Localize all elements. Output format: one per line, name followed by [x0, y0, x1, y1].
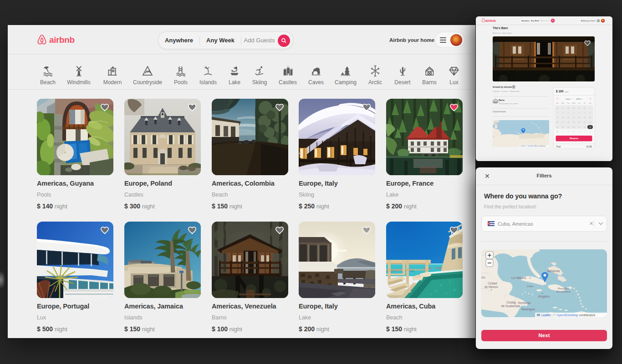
svg-text:Ciudad: Ciudad [506, 301, 516, 304]
svg-text:República: República [558, 287, 570, 290]
svg-text:12: 12 [573, 117, 575, 119]
svg-text:20: 20 [578, 121, 580, 123]
svg-text:Add Guests: Add Guests [540, 20, 550, 22]
svg-text:Total: Total [556, 146, 561, 148]
svg-text:24: 24 [562, 126, 564, 128]
svg-text:10: 10 [562, 117, 564, 119]
svg-text:16: 16 [556, 121, 558, 123]
svg-text:1: 1 [590, 107, 591, 109]
svg-text:Hosted by eltorare: Hosted by eltorare [493, 86, 512, 88]
svg-text:ico: ico [481, 276, 485, 279]
svg-text:Reserve: Reserve [570, 137, 578, 140]
svg-text:25: 25 [567, 126, 569, 128]
svg-text:19: 19 [573, 121, 575, 123]
svg-text:Sat: Sat [589, 102, 591, 104]
svg-text:airbnb: airbnb [485, 19, 496, 23]
svg-text:Fri: Fri [584, 102, 586, 104]
svg-text:14: 14 [584, 117, 586, 119]
svg-text:Cuba: Cuba [527, 285, 534, 288]
svg-text:Bahamas: Bahamas [547, 269, 560, 273]
svg-text:Kingston: Kingston [538, 295, 550, 298]
svg-text:21: 21 [584, 121, 586, 123]
svg-text:3: 3 [573, 131, 574, 133]
svg-text:$ 100: $ 100 [556, 90, 564, 93]
svg-text:Mon: Mon [561, 102, 565, 104]
svg-text:29: 29 [573, 107, 575, 109]
svg-text:2024: 2024 [576, 98, 581, 100]
svg-text:Leaflet | © OpenStreetMap cont: Leaflet | © OpenStreetMap contributors [541, 313, 596, 317]
svg-text:6: 6 [590, 131, 591, 133]
svg-text:Any Week: Any Week [531, 20, 540, 22]
svg-text:15: 15 [589, 117, 591, 119]
svg-text:Dominicana: Dominicana [556, 290, 571, 293]
svg-text:Barns: Barns [499, 99, 505, 101]
svg-text:5: 5 [584, 131, 585, 133]
svg-text:de Guatemala: de Guatemala [501, 304, 520, 308]
svg-text:13: 13 [578, 117, 580, 119]
svg-text:Tue: Tue [567, 102, 570, 104]
svg-text:Sun: Sun [556, 102, 559, 104]
svg-text:Anywhere: Anywhere [521, 20, 530, 22]
svg-text:Wed: Wed [572, 102, 576, 104]
svg-text:23: 23 [556, 126, 558, 128]
svg-text:26: 26 [573, 126, 575, 128]
svg-text:11: 11 [567, 117, 569, 119]
svg-text:31: 31 [584, 107, 586, 109]
svg-text:5: 5 [573, 112, 574, 114]
svg-text:de México: de México [484, 285, 498, 288]
svg-text:Americas, Venezuela: Americas, Venezuela [493, 32, 512, 34]
svg-text:28: 28 [567, 107, 569, 109]
svg-text:4: 4 [568, 112, 569, 114]
svg-text:2: 2 [568, 131, 569, 133]
svg-text:22: 22 [589, 121, 591, 123]
svg-text:Tito's Barn: Tito's Barn [493, 26, 508, 30]
svg-text:3: 3 [562, 112, 563, 114]
svg-text:7: 7 [584, 112, 585, 114]
svg-text:27: 27 [562, 107, 564, 109]
svg-text:9: 9 [557, 117, 558, 119]
svg-text:27: 27 [578, 126, 580, 128]
svg-text:8: 8 [590, 112, 591, 114]
svg-text:Leaflet | © OpenStreetMap cont: Leaflet | © OpenStreetMap contributors [520, 145, 546, 147]
svg-text:30: 30 [578, 107, 580, 109]
svg-text:June: June [566, 98, 570, 100]
svg-text:1: 1 [562, 131, 563, 133]
svg-text:2: 2 [557, 112, 558, 114]
svg-text:6: 6 [579, 112, 580, 114]
svg-text:4: 4 [579, 131, 580, 133]
svg-text:This property is in a barn!: This property is in a barn! [499, 103, 518, 105]
svg-text:30: 30 [556, 131, 558, 133]
svg-text:28: 28 [584, 126, 586, 128]
svg-text:17: 17 [562, 121, 564, 123]
svg-text:18: 18 [567, 121, 569, 123]
svg-text:Nicaragua: Nicaragua [521, 308, 535, 311]
svg-text:$ 100: $ 100 [586, 146, 592, 148]
svg-text:2 guests · 3 rooms · 3 bathroo: 2 guests · 3 rooms · 3 bathrooms [493, 90, 520, 92]
svg-text:night: night [565, 91, 569, 93]
svg-text:Ciudad: Ciudad [488, 282, 497, 285]
svg-text:Airbnb your home: Airbnb your home [581, 20, 596, 22]
svg-text:Honduras: Honduras [518, 301, 531, 304]
svg-text:La Habana: La Habana [511, 276, 526, 279]
svg-text:A wood house: A wood house [493, 111, 506, 113]
svg-text:Thu: Thu [578, 102, 581, 104]
svg-text:29: 29 [589, 126, 591, 128]
svg-text:26: 26 [556, 107, 558, 109]
